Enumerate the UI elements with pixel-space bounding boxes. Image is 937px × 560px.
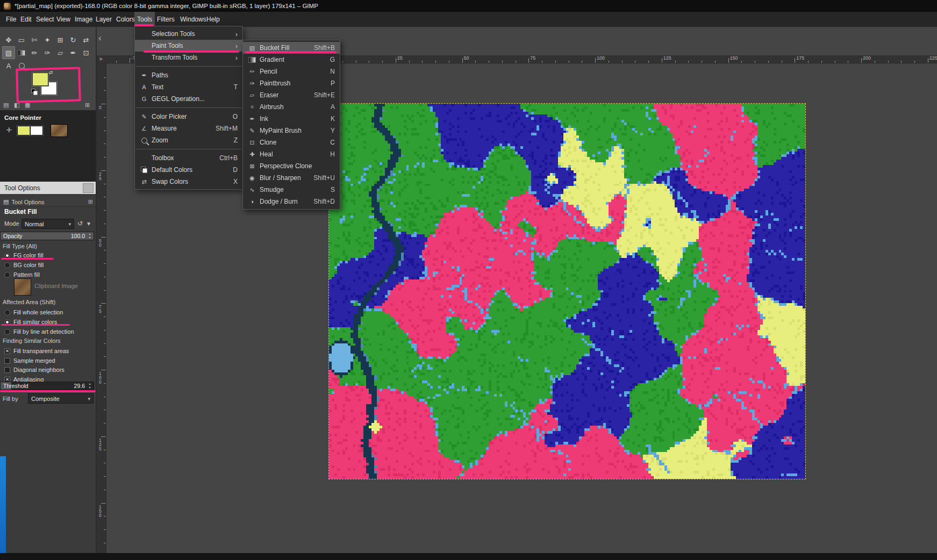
mode-reset-icon[interactable]: ↺ [77,220,83,227]
radio-icon[interactable] [4,253,10,259]
text-tool-button[interactable]: A [2,59,15,72]
eraser-tool-button[interactable]: ▱ [54,46,67,59]
dock-separator[interactable] [96,27,97,553]
opacity-spinner[interactable]: ▴ ▾ [87,232,92,240]
menu-item-transform-tools[interactable]: Transform Tools › [135,52,242,63]
menu-image[interactable]: Image [72,12,95,27]
menu-tools[interactable]: Tools [134,12,155,27]
checkbox-icon[interactable] [4,348,10,354]
gimp-window: *[partial_map] (exported)-168.0 (RGB col… [0,0,937,560]
menu-item-paintbrush[interactable]: ✑ Paintbrush P [243,77,340,89]
fg-swatch[interactable] [32,73,48,86]
radio-icon[interactable] [4,319,10,325]
image-canvas[interactable] [329,104,805,479]
check-fill-transparent[interactable]: Fill transparent areas [4,347,69,355]
fuzzy-select-tool-button[interactable]: ✦ [41,33,54,46]
spin-down-icon[interactable]: ▾ [87,386,92,390]
spin-up-icon[interactable]: ▴ [87,382,92,386]
radio-icon[interactable] [4,262,10,268]
menu-select[interactable]: Select [33,12,56,27]
tool-options-floating-header[interactable]: Tool Options [0,182,96,194]
menu-item-measure[interactable]: ∠ Measure Shift+M [135,123,242,134]
menu-shortcut: Shift+B [314,44,335,52]
menu-item-dodge-burn[interactable]: ◑ Dodge / Burn Shift+D [243,196,340,207]
radio-icon[interactable] [4,329,10,335]
threshold-spinner[interactable]: ▴ ▾ [87,382,92,390]
menu-item-eraser[interactable]: ▱ Eraser Shift+E [243,89,340,101]
radio-fill-whole-selection[interactable]: Fill whole selection [4,308,63,317]
menu-item-text[interactable]: A Text T [135,81,242,93]
affected-area-label: Affected Area (Shift) [3,299,55,305]
dock-tab-icon-1[interactable]: ▤ [3,102,9,109]
menu-item-selection-tools[interactable]: Selection Tools › [135,28,242,40]
menu-item-zoom[interactable]: Zoom Z [135,134,242,146]
zoom-tool-button[interactable] [15,59,28,72]
checkbox-icon[interactable] [4,367,10,373]
menu-item-airbrush[interactable]: ✧ Airbrush A [243,101,340,113]
menu-item-heal[interactable]: ✚ Heal H [243,148,340,160]
check-diagonal-neighbors[interactable]: Diagonal neighbors [4,365,65,374]
rotate-tool-button[interactable]: ↻ [67,33,80,46]
spin-up-icon[interactable]: ▴ [87,232,92,236]
paintbrush-tool-button[interactable]: ✑ [41,46,54,59]
menu-item-paths[interactable]: ✒ Paths [135,69,242,81]
menu-item-gegl-operation[interactable]: G GEGL Operation... [135,93,242,105]
menu-item-color-picker[interactable]: ✎ Color Picker O [135,111,242,123]
radio-icon[interactable] [4,272,10,278]
radio-fg-color-fill[interactable]: FG color fill [4,251,44,260]
menu-item-default-colors[interactable]: Default Colors D [135,164,242,176]
radio-pattern-fill[interactable]: Pattern fill [4,270,40,279]
menu-item-blur-sharpen[interactable]: ◉ Blur / Sharpen Shift+U [243,172,340,184]
menu-item-clone[interactable]: ⊡ Clone C [243,137,340,148]
fill-by-combo[interactable]: Composite ▾ [28,393,94,404]
move-tool-button[interactable]: ✥ [2,33,15,46]
tool-options-dock-header[interactable]: ▤ Tool Options ⊞ [0,197,96,207]
menu-item-bucket-fill[interactable]: ▧ Bucket Fill Shift+B [243,42,340,54]
menu-file[interactable]: File [3,12,19,27]
menu-item-perspective-clone[interactable]: ⊠ Perspective Clone [243,160,340,172]
menu-item-smudge[interactable]: ∿ Smudge S [243,184,340,196]
radio-icon[interactable] [4,310,10,315]
radio-fill-similar-colors[interactable]: Fill similar colors [4,318,57,326]
flip-tool-button[interactable]: ⇄ [80,33,92,46]
rect-select-tool-button[interactable]: ▭ [15,33,28,46]
bucket-fill-tool-button[interactable]: ▧ [2,46,15,59]
free-select-tool-button[interactable]: ✄ [28,33,41,46]
clone-tool-button[interactable]: ⊡ [80,46,92,59]
ink-tool-button[interactable]: ✒ [67,46,80,59]
radio-fill-line-art[interactable]: Fill by line art detection [4,327,74,336]
menu-item-mypaint-brush[interactable]: ✎ MyPaint Brush Y [243,125,340,137]
menu-item-toolbox[interactable]: Toolbox Ctrl+B [135,152,242,164]
threshold-slider[interactable]: Threshold 29.6 ▴ ▾ [0,382,94,390]
dock-collapse-arrow-icon[interactable]: ‹ [96,31,104,45]
menu-layer[interactable]: Layer [93,12,115,27]
menu-filters[interactable]: Filters [154,12,177,27]
gradient-tool-button[interactable] [15,46,28,59]
dock-header-menu-icon[interactable]: ⊞ [88,198,93,205]
menu-item-pencil[interactable]: ✏ Pencil N [243,66,340,77]
menu-help[interactable]: Help [204,12,223,27]
menu-view[interactable]: View [54,12,73,27]
radio-bg-color-fill[interactable]: BG color fill [4,261,44,269]
floating-header-button[interactable] [83,183,94,193]
menu-item-gradient[interactable]: Gradient G [243,54,340,66]
pattern-thumbnail[interactable] [14,278,31,296]
spin-down-icon[interactable]: ▾ [87,236,92,240]
dock-menu-icon[interactable]: ⊞ [85,102,90,109]
menu-item-swap-colors[interactable]: ⇄ Swap Colors X [135,176,242,188]
pencil-tool-button[interactable]: ✏ [28,46,41,59]
dock-tab-icon-3[interactable]: ▦ [25,102,30,109]
crop-tool-button[interactable]: ⊞ [54,33,67,46]
check-sample-merged[interactable]: Sample merged [4,356,55,365]
menu-edit[interactable]: Edit [18,12,34,27]
default-colors-icon[interactable] [31,89,38,95]
mode-switch-icon[interactable]: ▾ [87,220,90,227]
checkbox-icon[interactable] [4,358,10,364]
opacity-slider[interactable]: Opacity 100.0 ▴ ▾ [0,232,94,240]
mode-combo[interactable]: Normal ▾ [22,219,74,229]
swap-colors-icon[interactable]: ⇄ [49,70,53,75]
menu-item-ink[interactable]: ✒ Ink K [243,113,340,125]
menu-colors[interactable]: Colors [113,12,138,27]
menu-item-paint-tools[interactable]: Paint Tools › [135,40,242,52]
dock-tab-icon-2[interactable]: ◧ [14,102,19,109]
